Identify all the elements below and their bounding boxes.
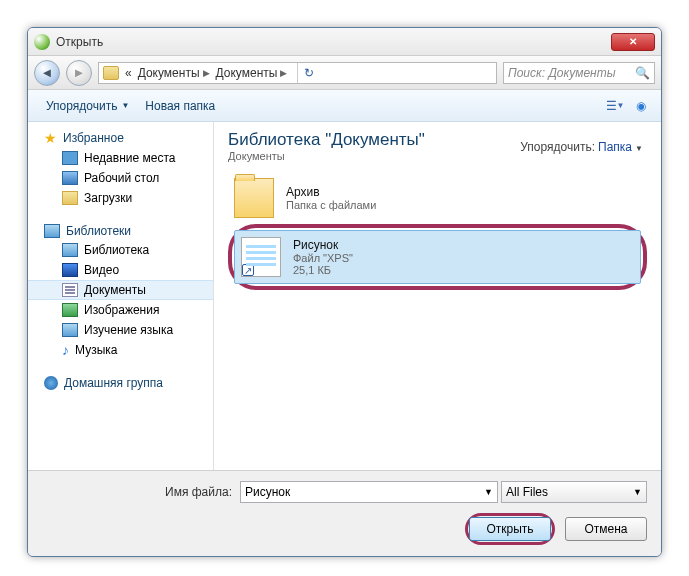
sidebar-item-images[interactable]: Изображения bbox=[28, 300, 213, 320]
breadcrumb-item[interactable]: Документы ▶ bbox=[216, 66, 288, 80]
star-icon: ★ bbox=[44, 130, 57, 146]
annotation-highlight: Открыть bbox=[465, 513, 555, 545]
view-options-button[interactable]: ☰ ▼ bbox=[605, 97, 625, 115]
sidebar-item-music[interactable]: ♪Музыка bbox=[28, 340, 213, 360]
search-input[interactable]: Поиск: Документы 🔍 bbox=[503, 62, 655, 84]
xps-file-icon: ↗ bbox=[241, 237, 281, 277]
folder-icon bbox=[234, 178, 274, 218]
item-name: Рисунок bbox=[293, 238, 353, 252]
libraries-icon bbox=[44, 224, 60, 238]
sort-by[interactable]: Упорядочить: Папка ▼ bbox=[520, 140, 643, 154]
list-item[interactable]: ↗ Рисунок Файл "XPS" 25,1 КБ bbox=[234, 230, 641, 284]
search-placeholder: Поиск: Документы bbox=[508, 66, 616, 80]
filename-input[interactable] bbox=[240, 481, 498, 503]
cancel-button[interactable]: Отмена bbox=[565, 517, 647, 541]
close-button[interactable]: ✕ bbox=[611, 33, 655, 51]
open-file-dialog: Открыть ✕ ◄ ► « Документы ▶ Документы ▶ … bbox=[27, 27, 662, 557]
filename-label: Имя файла: bbox=[42, 485, 232, 499]
nav-bar: ◄ ► « Документы ▶ Документы ▶ ↻ Поиск: Д… bbox=[28, 56, 661, 90]
breadcrumb-item[interactable]: Документы ▶ bbox=[138, 66, 210, 80]
desktop-icon bbox=[62, 171, 78, 185]
sidebar-item-downloads[interactable]: Загрузки bbox=[28, 188, 213, 208]
item-desc: Файл "XPS" bbox=[293, 252, 353, 264]
documents-icon bbox=[62, 283, 78, 297]
organize-button[interactable]: Упорядочить ▼ bbox=[38, 96, 137, 116]
toolbar: Упорядочить ▼ Новая папка ☰ ▼ ◉ bbox=[28, 90, 661, 122]
help-button[interactable]: ◉ bbox=[631, 97, 651, 115]
images-icon bbox=[62, 303, 78, 317]
file-type-filter[interactable]: All Files▼ bbox=[501, 481, 647, 503]
homegroup-icon bbox=[44, 376, 58, 390]
window-title: Открыть bbox=[56, 35, 611, 49]
address-bar[interactable]: « Документы ▶ Документы ▶ ↻ bbox=[98, 62, 497, 84]
search-icon: 🔍 bbox=[635, 66, 650, 80]
sidebar-favorites-group[interactable]: ★Избранное bbox=[28, 128, 213, 148]
video-icon bbox=[62, 263, 78, 277]
sidebar-item-desktop[interactable]: Рабочий стол bbox=[28, 168, 213, 188]
sidebar-item-video[interactable]: Видео bbox=[28, 260, 213, 280]
annotation-highlight: ↗ Рисунок Файл "XPS" 25,1 КБ bbox=[228, 224, 647, 290]
downloads-icon bbox=[62, 191, 78, 205]
forward-button[interactable]: ► bbox=[66, 60, 92, 86]
library-icon bbox=[62, 243, 78, 257]
refresh-button[interactable]: ↻ bbox=[297, 62, 319, 84]
sidebar-item-library[interactable]: Библиотека bbox=[28, 240, 213, 260]
file-list-pane: Библиотека "Документы" Документы Упорядо… bbox=[214, 122, 661, 470]
item-size: 25,1 КБ bbox=[293, 264, 353, 276]
library-icon bbox=[103, 66, 119, 80]
content-area: ★Избранное Недавние места Рабочий стол З… bbox=[28, 122, 661, 470]
folder-icon bbox=[62, 323, 78, 337]
shortcut-icon: ↗ bbox=[242, 264, 254, 276]
sidebar-item-documents[interactable]: Документы bbox=[28, 280, 213, 300]
sidebar: ★Избранное Недавние места Рабочий стол З… bbox=[28, 122, 214, 470]
breadcrumb-root[interactable]: « bbox=[125, 66, 132, 80]
sidebar-item-recent[interactable]: Недавние места bbox=[28, 148, 213, 168]
open-button[interactable]: Открыть bbox=[469, 517, 551, 541]
recent-icon bbox=[62, 151, 78, 165]
titlebar: Открыть ✕ bbox=[28, 28, 661, 56]
back-button[interactable]: ◄ bbox=[34, 60, 60, 86]
list-item[interactable]: Архив Папка с файлами bbox=[228, 172, 647, 224]
sidebar-homegroup[interactable]: Домашняя группа bbox=[28, 374, 213, 392]
item-desc: Папка с файлами bbox=[286, 199, 376, 211]
item-name: Архив bbox=[286, 185, 376, 199]
sidebar-item-language[interactable]: Изучение языка bbox=[28, 320, 213, 340]
dialog-footer: Имя файла: ▼ All Files▼ Открыть Отмена bbox=[28, 470, 661, 557]
app-icon bbox=[34, 34, 50, 50]
sidebar-libraries-group[interactable]: Библиотеки bbox=[28, 222, 213, 240]
filename-dropdown[interactable]: ▼ bbox=[484, 487, 493, 497]
new-folder-button[interactable]: Новая папка bbox=[137, 96, 223, 116]
music-icon: ♪ bbox=[62, 342, 69, 358]
